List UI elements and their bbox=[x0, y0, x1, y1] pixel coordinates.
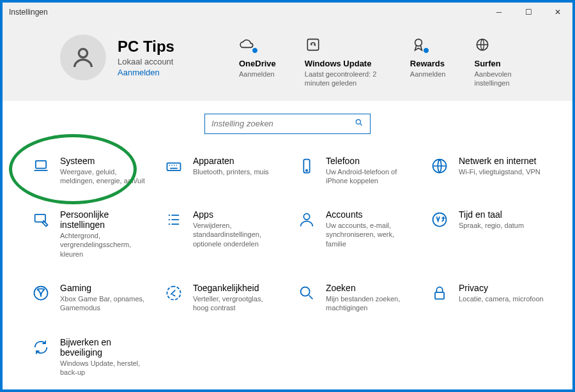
category-desc: Achtergrond, vergrendelingsscherm, kleur… bbox=[60, 231, 146, 259]
laptop-icon bbox=[31, 156, 51, 186]
category-title: Toegankelijkheid bbox=[193, 283, 279, 293]
search-input[interactable] bbox=[211, 119, 355, 128]
category-ease-of-access[interactable]: ToegankelijkheidVerteller, vergrootglas,… bbox=[161, 280, 281, 315]
list-icon bbox=[164, 209, 184, 259]
cloud-icon bbox=[239, 34, 256, 55]
category-title: Zoeken bbox=[326, 283, 411, 293]
person-icon bbox=[70, 45, 96, 70]
lock-icon bbox=[429, 283, 450, 313]
category-desc: Verteller, vergrootglas, hoog contrast bbox=[193, 294, 279, 313]
settings-window: Instellingen ─ ☐ ✕ PC Tips Lokaal accoun… bbox=[3, 3, 572, 389]
person-icon bbox=[296, 209, 317, 259]
svg-point-11 bbox=[303, 214, 309, 220]
onedrive-label: OneDrive bbox=[239, 59, 276, 68]
category-desc: Bluetooth, printers, muis bbox=[193, 167, 269, 176]
categories-grid: SysteemWeergave, geluid, meldingen, ener… bbox=[28, 153, 547, 380]
keyboard-icon bbox=[164, 156, 184, 186]
svg-point-4 bbox=[356, 119, 360, 124]
svg-point-12 bbox=[433, 213, 447, 227]
search-box[interactable] bbox=[204, 114, 371, 134]
rewards-label: Rewards bbox=[410, 59, 445, 68]
rewards-tile[interactable]: Rewards Aanmelden bbox=[410, 34, 446, 88]
profile-subtitle: Lokaal account bbox=[118, 57, 174, 66]
category-accounts[interactable]: AccountsUw accounts, e-mail, synchronise… bbox=[294, 207, 414, 261]
svg-point-2 bbox=[415, 39, 422, 46]
category-title: Netwerk en internet bbox=[459, 156, 540, 166]
header-tiles: OneDrive Aanmelden Windows Update Laatst… bbox=[239, 34, 547, 88]
signin-link[interactable]: Aanmelden bbox=[118, 68, 174, 77]
category-desc: Spraak, regio, datum bbox=[459, 221, 524, 230]
category-desc: Wi-Fi, vliegtuigstand, VPN bbox=[459, 167, 540, 176]
onedrive-tile[interactable]: OneDrive Aanmelden bbox=[239, 34, 276, 88]
category-desc: Verwijderen, standaardinstellingen, opti… bbox=[193, 221, 279, 248]
category-title: Apps bbox=[193, 209, 279, 220]
category-gaming[interactable]: GamingXbox Game Bar, opnames, Gamemodus bbox=[28, 280, 148, 315]
close-button[interactable]: ✕ bbox=[543, 3, 572, 22]
category-devices[interactable]: ApparatenBluetooth, printers, muis bbox=[161, 153, 281, 188]
category-title: Accounts bbox=[326, 209, 411, 220]
category-time-language[interactable]: Tijd en taalSpraak, regio, datum bbox=[427, 207, 547, 261]
category-phone[interactable]: TelefoonUw Android-telefoon of iPhone ko… bbox=[294, 153, 414, 188]
svg-point-8 bbox=[306, 169, 307, 170]
category-update-security[interactable]: Bijwerken en beveiligingWindows Update, … bbox=[28, 335, 148, 380]
category-personalization[interactable]: Persoonlijke instellingenAchtergrond, ve… bbox=[28, 207, 148, 261]
sync-icon bbox=[305, 34, 321, 55]
rewards-sub: Aanmelden bbox=[410, 70, 446, 79]
category-desc: Weergave, geluid, meldingen, energie, aa… bbox=[60, 167, 146, 186]
titlebar: Instellingen ─ ☐ ✕ bbox=[3, 3, 572, 22]
category-desc: Locatie, camera, microfoon bbox=[459, 294, 544, 303]
onedrive-sub: Aanmelden bbox=[239, 70, 275, 79]
paintbrush-icon bbox=[31, 209, 51, 259]
category-title: Gaming bbox=[60, 283, 146, 293]
avatar bbox=[60, 34, 106, 80]
browsing-tile[interactable]: Surfen Aanbevolen instellingen bbox=[474, 34, 547, 88]
category-search[interactable]: ZoekenMijn bestanden zoeken, machtiginge… bbox=[294, 280, 414, 315]
category-title: Persoonlijke instellingen bbox=[60, 209, 146, 230]
category-system[interactable]: SysteemWeergave, geluid, meldingen, ener… bbox=[28, 153, 148, 188]
profile-info: PC Tips Lokaal account Aanmelden bbox=[118, 38, 174, 77]
svg-point-0 bbox=[79, 49, 87, 57]
category-title: Privacy bbox=[459, 283, 544, 293]
language-icon bbox=[429, 209, 450, 259]
category-privacy[interactable]: PrivacyLocatie, camera, microfoon bbox=[427, 280, 547, 315]
browsing-label: Surfen bbox=[474, 59, 500, 68]
window-controls: ─ ☐ ✕ bbox=[484, 3, 572, 22]
magnifier-icon bbox=[296, 283, 317, 313]
medal-icon bbox=[410, 34, 427, 55]
accessibility-icon bbox=[164, 283, 184, 313]
svg-point-14 bbox=[301, 287, 310, 296]
globe-icon bbox=[474, 34, 491, 55]
browsing-sub: Aanbevolen instellingen bbox=[474, 70, 547, 88]
category-desc: Uw accounts, e-mail, synchroniseren, wer… bbox=[326, 221, 411, 248]
globe-icon bbox=[429, 156, 450, 186]
minimize-button[interactable]: ─ bbox=[484, 3, 514, 22]
account-header: PC Tips Lokaal account Aanmelden OneDriv… bbox=[3, 22, 572, 101]
category-title: Systeem bbox=[60, 156, 146, 166]
maximize-button[interactable]: ☐ bbox=[514, 3, 543, 22]
refresh-icon bbox=[31, 337, 51, 377]
svg-rect-1 bbox=[307, 39, 318, 50]
category-network[interactable]: Netwerk en internetWi-Fi, vliegtuigstand… bbox=[427, 153, 547, 188]
svg-rect-6 bbox=[167, 163, 181, 170]
profile-section[interactable]: PC Tips Lokaal account Aanmelden bbox=[60, 34, 201, 80]
content-area: SysteemWeergave, geluid, meldingen, ener… bbox=[3, 101, 572, 389]
svg-rect-5 bbox=[36, 160, 46, 168]
search-icon bbox=[355, 118, 364, 130]
windows-update-tile[interactable]: Windows Update Laatst gecontroleerd: 2 m… bbox=[305, 34, 381, 88]
category-title: Apparaten bbox=[193, 156, 269, 166]
category-desc: Uw Android-telefoon of iPhone koppelen bbox=[326, 167, 411, 186]
window-title: Instellingen bbox=[9, 8, 48, 17]
category-desc: Mijn bestanden zoeken, machtigingen bbox=[326, 294, 411, 313]
profile-name: PC Tips bbox=[118, 38, 174, 56]
category-title: Telefoon bbox=[326, 156, 411, 166]
category-desc: Windows Update, herstel, back-up bbox=[60, 359, 146, 377]
svg-rect-15 bbox=[435, 292, 444, 299]
category-apps[interactable]: AppsVerwijderen, standaardinstellingen, … bbox=[161, 207, 281, 261]
category-title: Bijwerken en beveiliging bbox=[60, 337, 146, 358]
update-label: Windows Update bbox=[305, 59, 372, 68]
xbox-icon bbox=[31, 283, 51, 313]
category-title: Tijd en taal bbox=[459, 209, 524, 220]
category-desc: Xbox Game Bar, opnames, Gamemodus bbox=[60, 294, 146, 313]
phone-icon bbox=[296, 156, 317, 186]
update-sub: Laatst gecontroleerd: 2 minuten geleden bbox=[305, 70, 381, 88]
